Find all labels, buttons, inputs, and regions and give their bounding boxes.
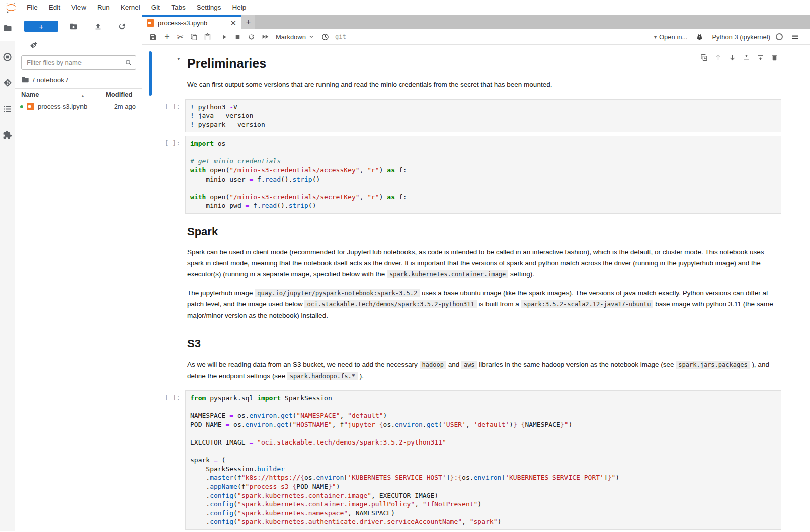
markdown-paragraph: The jupyterhub image quay.io/jupyter/pys… [187,288,779,321]
markdown-paragraph: As we will be reading data from an S3 bu… [187,359,779,382]
section-heading: Preliminaries [187,56,779,71]
code-cell-minio-credentials[interactable]: [ ]: import os# get minio credentialswit… [142,136,810,214]
notebook-file-icon [27,103,34,110]
sidebar-tab-filebrowser[interactable] [0,15,15,41]
run-icon[interactable] [217,31,231,43]
file-browser-panel: + [15,15,142,531]
search-icon [125,59,132,66]
kernel-status-icon[interactable] [776,33,783,40]
new-tab-button[interactable]: + [241,15,255,29]
caret-down-icon: ▾ [654,34,657,40]
sidebar-tab-running[interactable] [3,52,12,62]
cell-type-dropdown[interactable]: Markdown [276,33,314,41]
notebook-content: ▾ Preliminaries We can first output some… [142,45,810,531]
copy-icon[interactable] [187,31,201,43]
code-editor[interactable]: from pyspark.sql import SparkSessionNAME… [185,390,781,530]
cell-prompt: [ ]: [152,99,185,133]
stop-icon[interactable] [231,31,245,43]
insert-cell-icon[interactable]: + [160,31,174,43]
menu-tabs[interactable]: Tabs [166,4,191,11]
kernel-name-button[interactable]: Python 3 (ipykernel) [712,33,770,41]
file-row[interactable]: process-s3.ipynb 2m ago [15,100,142,113]
home-folder-icon[interactable] [21,76,29,84]
cell-prompt: [ ]: [152,136,185,214]
tab-bar: process-s3.ipynb ✕ + [142,15,810,29]
delete-cell-icon[interactable] [771,54,778,61]
new-folder-icon[interactable] [69,22,78,31]
clock-icon[interactable] [318,31,332,43]
column-header-name[interactable]: Name ▲ [15,91,90,98]
menu-help[interactable]: Help [226,4,252,11]
save-icon[interactable] [146,31,160,43]
column-header-modified[interactable]: Modified [90,91,142,98]
refresh-icon[interactable] [118,22,126,31]
sort-asc-icon: ▲ [80,94,85,98]
menu-kernel[interactable]: Kernel [115,4,146,11]
paste-icon[interactable] [201,31,214,43]
code-cell-sparksession[interactable]: [ ]: from pyspark.sql import SparkSessio… [142,390,810,530]
hamburger-menu-icon[interactable] [788,31,802,43]
move-cell-up-icon[interactable] [714,54,722,61]
markdown-cell-preliminaries[interactable]: ▾ Preliminaries We can first output some… [142,51,810,96]
close-tab-icon[interactable]: ✕ [230,19,236,27]
chevron-down-icon [308,34,314,40]
code-cell-versions[interactable]: [ ]: ! python3 -V! java --version! pyspa… [142,99,810,133]
cell-toolbar [700,54,778,61]
section-heading: S3 [187,337,779,350]
running-status-dot [20,105,23,108]
cell-prompt: [ ]: [152,390,185,530]
breadcrumb-path[interactable]: / notebook / [33,76,68,84]
file-list-header: Name ▲ Modified [15,88,142,100]
menu-bar: File Edit View Run Kernel Git Tabs Setti… [0,0,810,15]
file-modified: 2m ago [114,103,142,110]
section-heading: Spark [187,225,779,238]
markdown-paragraph: Spark can be used in client mode (recomm… [187,247,779,280]
git-clone-icon[interactable] [29,42,37,50]
code-editor[interactable]: import os# get minio credentialswith ope… [185,136,781,214]
breadcrumb[interactable]: / notebook / [15,74,142,88]
upload-icon[interactable] [94,22,102,31]
file-name: process-s3.ipynb [38,103,87,110]
git-status-label[interactable]: git [335,33,346,40]
menu-run[interactable]: Run [92,4,115,11]
debugger-bug-icon[interactable] [693,31,706,43]
tab-process-s3[interactable]: process-s3.ipynb ✕ [142,15,241,29]
dock-panel: process-s3.ipynb ✕ + + ✂ [142,15,810,531]
cut-icon[interactable]: ✂ [174,31,187,43]
file-browser-secondary-toolbar [15,37,142,54]
jupyter-logo-icon [5,2,17,14]
menu-git[interactable]: Git [146,4,166,11]
open-in-dropdown[interactable]: ▾ Open in... [654,33,687,41]
menu-file[interactable]: File [21,4,43,11]
file-browser-toolbar: + [15,15,142,37]
move-cell-down-icon[interactable] [728,54,736,61]
insert-cell-above-icon[interactable] [743,54,750,61]
menu-settings[interactable]: Settings [191,4,227,11]
markdown-cell-s3[interactable]: S3 As we will be reading data from an S3… [142,329,810,387]
new-launcher-button[interactable]: + [24,21,58,32]
notebook-toolbar: + ✂ [142,29,810,45]
insert-cell-below-icon[interactable] [757,54,764,61]
markdown-cell-spark[interactable]: Spark Spark can be used in client mode (… [142,217,810,326]
code-editor[interactable]: ! python3 -V! java --version! pyspark --… [185,99,781,133]
sidebar-tab-git[interactable] [3,78,12,87]
folder-icon [3,24,12,33]
sidebar-tab-extensions[interactable] [3,130,12,140]
sidebar-strip [0,15,15,531]
menu-edit[interactable]: Edit [43,4,66,11]
menu-view[interactable]: View [66,4,92,11]
filter-files-input[interactable] [21,55,136,70]
sidebar-tab-toc[interactable] [3,104,12,114]
duplicate-cell-icon[interactable] [700,54,708,61]
restart-kernel-icon[interactable] [245,31,258,43]
heading-collapser-icon[interactable]: ▾ [177,56,180,62]
notebook-tab-icon [147,19,154,27]
markdown-paragraph: We can first output some versions that a… [187,79,779,91]
tab-label: process-s3.ipynb [158,19,207,27]
run-all-icon[interactable] [258,31,272,43]
